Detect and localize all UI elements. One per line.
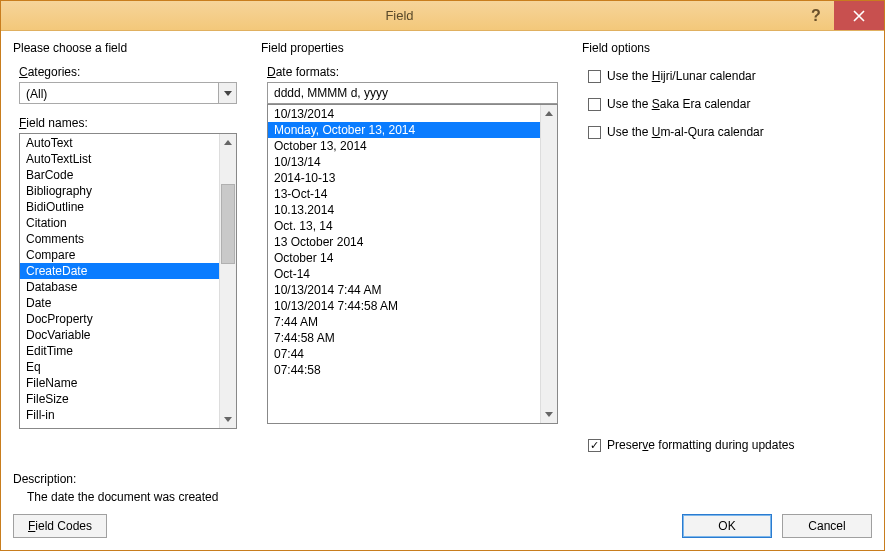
fieldnames-listbox[interactable]: AutoTextAutoTextListBarCodeBibliographyB… xyxy=(19,133,237,429)
field-name-item[interactable]: Eq xyxy=(20,359,219,375)
description-block: Description: The date the document was c… xyxy=(13,464,872,504)
field-name-item[interactable]: FileSize xyxy=(20,391,219,407)
titlebar: Field ? xyxy=(1,1,884,31)
date-format-item[interactable]: 07:44 xyxy=(268,346,540,362)
field-name-item[interactable]: Comments xyxy=(20,231,219,247)
checkbox-icon xyxy=(588,98,601,111)
date-format-item[interactable]: Monday, October 13, 2014 xyxy=(268,122,540,138)
date-format-item[interactable]: 10.13.2014 xyxy=(268,202,540,218)
date-format-item[interactable]: 10/13/14 xyxy=(268,154,540,170)
checkbox-icon xyxy=(588,70,601,83)
categories-dropdown-button[interactable] xyxy=(218,83,236,103)
scroll-up-button[interactable] xyxy=(541,105,557,122)
button-row: Field Codes OK Cancel xyxy=(13,514,872,538)
arrow-down-icon xyxy=(224,417,232,422)
date-formats-listbox[interactable]: 10/13/2014Monday, October 13, 2014Octobe… xyxy=(267,104,558,424)
field-option-label: Use the Saka Era calendar xyxy=(607,97,750,111)
checkbox-icon xyxy=(588,439,601,452)
field-options-heading: Field options xyxy=(582,41,872,55)
categories-value: (All) xyxy=(20,83,218,103)
field-options-list: Use the Hijri/Lunar calendarUse the Saka… xyxy=(582,61,872,434)
date-format-item[interactable]: 07:44:58 xyxy=(268,362,540,378)
cancel-button[interactable]: Cancel xyxy=(782,514,872,538)
field-name-item[interactable]: DocVariable xyxy=(20,327,219,343)
field-option-checkbox[interactable]: Use the Hijri/Lunar calendar xyxy=(588,69,872,83)
choose-field-panel: Please choose a field Categories: (All) … xyxy=(13,39,243,456)
field-option-label: Use the Um-al-Qura calendar xyxy=(607,125,764,139)
field-name-item[interactable]: AutoText xyxy=(20,135,219,151)
field-options-panel: Field options Use the Hijri/Lunar calend… xyxy=(582,39,872,456)
description-label: Description: xyxy=(13,472,872,486)
dialog-body: Please choose a field Categories: (All) … xyxy=(1,31,884,550)
description-text: The date the document was created xyxy=(27,490,872,504)
field-name-item[interactable]: Database xyxy=(20,279,219,295)
field-name-item[interactable]: BidiOutline xyxy=(20,199,219,215)
field-properties-panel: Field properties Date formats: 10/13/201… xyxy=(261,39,564,456)
date-format-item[interactable]: Oct-14 xyxy=(268,266,540,282)
field-name-item[interactable]: Bibliography xyxy=(20,183,219,199)
field-name-item[interactable]: DocProperty xyxy=(20,311,219,327)
date-format-item[interactable]: 13 October 2014 xyxy=(268,234,540,250)
field-name-item[interactable]: BarCode xyxy=(20,167,219,183)
field-properties-heading: Field properties xyxy=(261,41,564,55)
field-option-checkbox[interactable]: Use the Um-al-Qura calendar xyxy=(588,125,872,139)
scroll-down-button[interactable] xyxy=(541,406,557,423)
categories-label: Categories: xyxy=(19,65,243,79)
date-format-item[interactable]: 10/13/2014 7:44:58 AM xyxy=(268,298,540,314)
date-format-item[interactable]: 7:44:58 AM xyxy=(268,330,540,346)
date-format-item[interactable]: October 13, 2014 xyxy=(268,138,540,154)
field-name-item[interactable]: Compare xyxy=(20,247,219,263)
date-format-item[interactable]: 10/13/2014 xyxy=(268,106,540,122)
field-option-checkbox[interactable]: Use the Saka Era calendar xyxy=(588,97,872,111)
field-name-item[interactable]: CreateDate xyxy=(20,263,219,279)
arrow-down-icon xyxy=(545,412,553,417)
close-icon xyxy=(853,10,865,22)
fieldnames-list: AutoTextAutoTextListBarCodeBibliographyB… xyxy=(20,134,219,428)
columns: Please choose a field Categories: (All) … xyxy=(13,39,872,456)
field-name-item[interactable]: EditTime xyxy=(20,343,219,359)
field-name-item[interactable]: Fill-in xyxy=(20,407,219,423)
date-format-item[interactable]: 13-Oct-14 xyxy=(268,186,540,202)
arrow-up-icon xyxy=(224,140,232,145)
window-title: Field xyxy=(1,8,798,23)
fieldnames-label: Field names: xyxy=(19,116,243,130)
arrow-up-icon xyxy=(545,111,553,116)
categories-combo[interactable]: (All) xyxy=(19,82,237,104)
titlebar-buttons: ? xyxy=(798,1,884,30)
field-codes-button[interactable]: Field Codes xyxy=(13,514,107,538)
checkbox-icon xyxy=(588,126,601,139)
formats-scrollbar[interactable] xyxy=(540,105,557,423)
date-format-item[interactable]: 7:44 AM xyxy=(268,314,540,330)
date-format-item[interactable]: Oct. 13, 14 xyxy=(268,218,540,234)
help-button[interactable]: ? xyxy=(798,1,834,30)
date-format-item[interactable]: 2014-10-13 xyxy=(268,170,540,186)
date-format-item[interactable]: 10/13/2014 7:44 AM xyxy=(268,282,540,298)
scroll-up-button[interactable] xyxy=(220,134,236,151)
date-format-input[interactable] xyxy=(267,82,558,104)
field-option-label: Use the Hijri/Lunar calendar xyxy=(607,69,756,83)
scroll-thumb[interactable] xyxy=(221,184,235,264)
preserve-formatting-label: Preserve formatting during updates xyxy=(607,438,794,452)
date-formats-list: 10/13/2014Monday, October 13, 2014Octobe… xyxy=(268,105,540,423)
field-name-item[interactable]: AutoTextList xyxy=(20,151,219,167)
field-name-item[interactable]: Date xyxy=(20,295,219,311)
choose-field-heading: Please choose a field xyxy=(13,41,243,55)
close-button[interactable] xyxy=(834,1,884,30)
ok-button[interactable]: OK xyxy=(682,514,772,538)
date-formats-label: Date formats: xyxy=(267,65,564,79)
field-dialog: Field ? Please choose a field Categories… xyxy=(0,0,885,551)
date-format-item[interactable]: October 14 xyxy=(268,250,540,266)
fieldnames-scrollbar[interactable] xyxy=(219,134,236,428)
preserve-formatting-checkbox[interactable]: Preserve formatting during updates xyxy=(588,438,872,452)
field-name-item[interactable]: FileName xyxy=(20,375,219,391)
field-name-item[interactable]: Citation xyxy=(20,215,219,231)
scroll-down-button[interactable] xyxy=(220,411,236,428)
chevron-down-icon xyxy=(224,91,232,96)
